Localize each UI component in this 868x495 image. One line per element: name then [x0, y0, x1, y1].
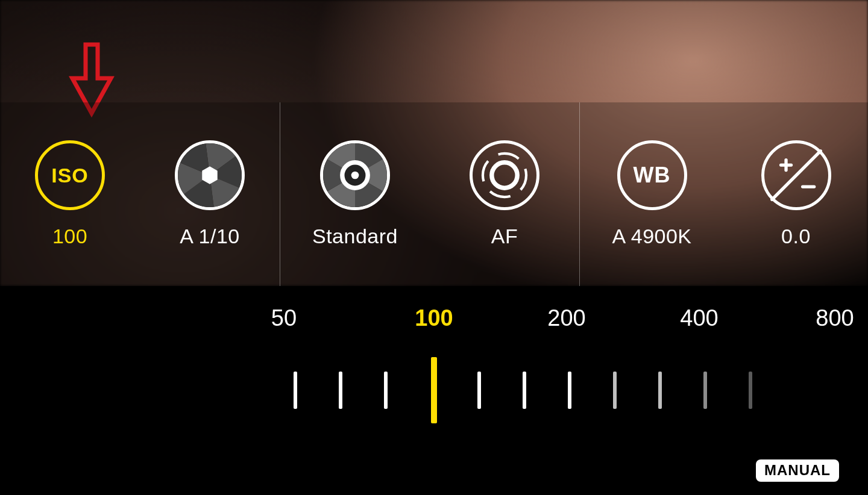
aperture-icon: [175, 140, 245, 210]
shutter-value-label: A 1/10: [180, 225, 239, 248]
svg-point-3: [351, 172, 359, 179]
metering-icon: [320, 140, 390, 210]
controls-panel-middle: Standard AF: [280, 102, 580, 286]
iso-tick: [568, 372, 571, 409]
whitebalance-icon: WB: [617, 140, 687, 210]
iso-tick-selected: [431, 357, 437, 423]
iso-slider-label-selected[interactable]: 100: [415, 305, 453, 331]
iso-tick: [703, 372, 707, 409]
exposure-control[interactable]: 0.0: [724, 102, 868, 286]
iso-tick: [384, 372, 388, 409]
focus-control[interactable]: AF: [430, 102, 579, 286]
iso-slider-label[interactable]: 800: [816, 305, 854, 331]
iso-tick: [613, 372, 617, 409]
iso-tick: [749, 372, 752, 409]
iso-slider-label[interactable]: 400: [680, 305, 718, 331]
svg-line-6: [772, 151, 820, 200]
iso-slider-ticks[interactable]: [0, 360, 868, 420]
focus-value-label: AF: [491, 225, 518, 248]
iso-slider-panel: 50 100 200 400 800 MANUAL: [0, 286, 868, 495]
iso-slider-label[interactable]: 200: [547, 305, 585, 331]
shutter-control[interactable]: A 1/10: [140, 102, 280, 286]
focus-icon: [470, 140, 539, 210]
metering-value-label: Standard: [312, 225, 398, 248]
iso-tick: [523, 372, 526, 409]
viewfinder-top-shade: [0, 0, 868, 102]
whitebalance-value-label: A 4900K: [612, 225, 691, 248]
controls-panel-right: WB A 4900K 0.0: [580, 102, 868, 286]
iso-tick: [658, 372, 662, 409]
whitebalance-control[interactable]: WB A 4900K: [580, 102, 724, 286]
iso-icon-text: ISO: [51, 164, 89, 187]
whitebalance-icon-text: WB: [634, 163, 671, 188]
iso-slider-label[interactable]: 50: [271, 305, 297, 331]
iso-control[interactable]: ISO 100: [0, 102, 140, 286]
iso-value-label: 100: [52, 225, 87, 248]
svg-point-4: [492, 163, 517, 188]
controls-panel-left: ISO 100: [0, 102, 280, 286]
exposure-icon: [761, 140, 831, 210]
iso-tick: [477, 372, 481, 409]
manual-mode-button[interactable]: MANUAL: [756, 459, 839, 482]
iso-icon: ISO: [35, 140, 105, 210]
metering-control[interactable]: Standard: [280, 102, 430, 286]
iso-tick: [294, 372, 297, 409]
svg-point-5: [483, 154, 526, 197]
iso-tick: [339, 372, 342, 409]
exposure-value-label: 0.0: [781, 225, 811, 248]
pro-controls-row: ISO 100: [0, 102, 868, 286]
iso-slider-numbers: 50 100 200 400 800: [0, 305, 868, 341]
